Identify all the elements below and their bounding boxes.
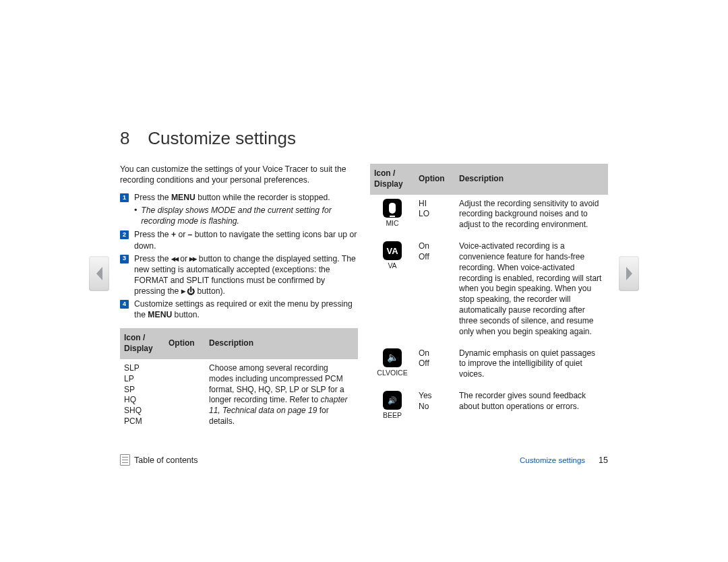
toc-link[interactable]: Table of contents	[120, 454, 198, 466]
settings-table-right: Icon / Display Option Description MIC HI	[370, 164, 608, 427]
step-3: 3 Press the ◂◂ or ▸▸ button to change th…	[120, 253, 358, 296]
table-row: MIC HI LO Adjust the recording sensitivi…	[370, 195, 608, 237]
col-description: Description	[205, 328, 358, 359]
next-track-icon: ▸▸	[189, 253, 196, 264]
table-row: VA VA On Off Voice-activated recording i…	[370, 237, 608, 344]
power-icon: ⏻	[187, 286, 195, 296]
col-description: Description	[455, 164, 608, 195]
beep-icon: 🔊	[383, 391, 402, 410]
table-row: SLP LP SP HQ SHQ PCM Choose among severa…	[120, 359, 358, 434]
steps-list: 1 Press the MENU button while the record…	[120, 192, 358, 320]
col-option: Option	[164, 328, 205, 359]
play-icon: ▸	[181, 286, 185, 296]
prev-track-icon: ◂◂	[171, 253, 178, 264]
step-2: 2 Press the + or – button to navigate th…	[120, 229, 358, 251]
settings-table-left: Icon / Display Option Description SLP LP…	[120, 328, 358, 434]
step-1-note: The display shows MODE and the current s…	[134, 205, 358, 226]
footer-section-link[interactable]: Customize settings	[520, 456, 585, 464]
table-row: 🔈 CLVOICE On Off Dynamic emphasis on qui…	[370, 344, 608, 387]
page-footer: Table of contents Customize settings 15	[120, 454, 608, 466]
step-badge: 2	[120, 230, 129, 239]
col-icon: Icon / Display	[370, 164, 415, 195]
clear-voice-icon: 🔈	[383, 348, 402, 367]
page-content: 8 Customize settings You can customize t…	[0, 0, 728, 461]
va-icon: VA	[383, 241, 402, 260]
step-badge: 1	[120, 193, 129, 202]
chapter-number: 8	[120, 128, 143, 149]
chapter-title: Customize settings	[148, 128, 296, 148]
step-badge: 4	[120, 300, 129, 309]
toc-icon	[120, 454, 130, 466]
intro-text: You can customize the settings of your V…	[120, 164, 358, 185]
step-1: 1 Press the MENU button while the record…	[120, 192, 358, 203]
left-column: You can customize the settings of your V…	[120, 164, 358, 434]
table-row: 🔊 BEEP Yes No The recorder gives sound f…	[370, 387, 608, 427]
col-option: Option	[415, 164, 455, 195]
step-4: 4 Customize settings as required or exit…	[120, 299, 358, 320]
step-badge: 3	[120, 255, 129, 263]
mic-icon	[383, 199, 402, 218]
page-number: 15	[599, 456, 608, 465]
right-column: Icon / Display Option Description MIC HI	[370, 164, 608, 434]
col-icon: Icon / Display	[120, 328, 164, 359]
chapter-heading: 8 Customize settings	[120, 128, 608, 149]
